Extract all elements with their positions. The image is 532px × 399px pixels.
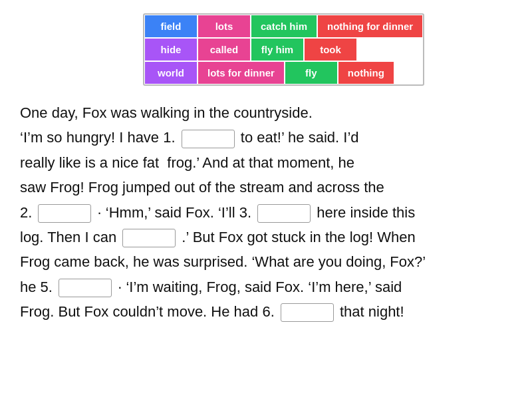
story-line-7: Frog came back, he was surprised. ‘What … [20,249,512,274]
wordbank-cell-0-2[interactable]: catch him [251,15,317,38]
story-line-4: saw Frog! Frog jumped out of the stream … [20,175,512,200]
wordbank-cell-0-0[interactable]: field [144,15,198,38]
story-line-1: One day, Fox was walking in the countrys… [20,100,512,125]
wordbank-cell-2-0[interactable]: world [144,61,198,84]
wordbank-cell-2-2[interactable]: fly [285,61,338,84]
wordbank-cell-2-3[interactable]: nothing [338,61,394,84]
wordbank-cell-2-1[interactable]: lots for dinner [198,61,285,84]
wordbank-cell-1-1[interactable]: called [198,38,251,61]
story-line-6: log. Then I can .’ But Fox got stuck in … [20,225,512,249]
wordbank-row-1: hidecalledfly himtook [144,38,423,61]
story-text: One day, Fox was walking in the countrys… [20,100,512,325]
story-line-9: Frog. But Fox couldn’t move. He had 6. t… [20,299,512,324]
story-line-2: ‘I’m so hungry! I have 1. to eat!’ he sa… [20,125,512,150]
blank-3[interactable] [257,204,311,223]
wordbank-cell-1-2[interactable]: fly him [251,38,304,61]
wordbank-cell-1-3[interactable]: took [304,38,357,61]
blank-4[interactable] [122,229,176,247]
wordbank-row-0: fieldlotscatch himnothing for dinner [144,15,423,38]
blank-6[interactable] [281,303,334,322]
story-line-5: 2. · ‘Hmm,’ said Fox. ‘I’ll 3. here insi… [20,200,512,225]
story-line-8: he 5. · ‘I’m waiting, Frog, said Fox. ‘I… [20,275,512,299]
wordbank-cell-0-3[interactable]: nothing for dinner [317,15,423,38]
blank-2[interactable] [38,204,91,223]
blank-5[interactable] [59,279,112,297]
word-bank: fieldlotscatch himnothing for dinnerhide… [20,13,512,100]
blank-1[interactable] [182,130,235,148]
wordbank-cell-0-1[interactable]: lots [198,15,251,38]
story-line-3: really like is a nice fat frog.’ And at … [20,150,512,175]
wordbank-cell-1-0[interactable]: hide [144,38,198,61]
wordbank-row-2: worldlots for dinnerflynothing [144,61,423,84]
